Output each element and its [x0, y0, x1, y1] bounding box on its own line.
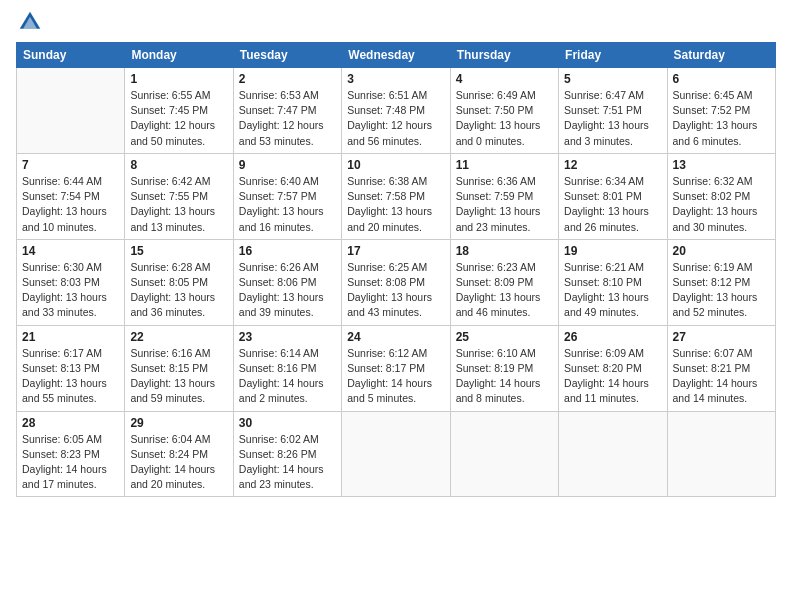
- day-info: Sunrise: 6:25 AMSunset: 8:08 PMDaylight:…: [347, 260, 444, 321]
- day-info: Sunrise: 6:55 AMSunset: 7:45 PMDaylight:…: [130, 88, 227, 149]
- day-number: 10: [347, 158, 444, 172]
- day-number: 24: [347, 330, 444, 344]
- header: [16, 10, 776, 34]
- day-number: 16: [239, 244, 336, 258]
- calendar-cell: 17Sunrise: 6:25 AMSunset: 8:08 PMDayligh…: [342, 239, 450, 325]
- day-info: Sunrise: 6:21 AMSunset: 8:10 PMDaylight:…: [564, 260, 661, 321]
- day-number: 18: [456, 244, 553, 258]
- calendar-cell: 11Sunrise: 6:36 AMSunset: 7:59 PMDayligh…: [450, 153, 558, 239]
- calendar-cell: 2Sunrise: 6:53 AMSunset: 7:47 PMDaylight…: [233, 68, 341, 154]
- day-info: Sunrise: 6:30 AMSunset: 8:03 PMDaylight:…: [22, 260, 119, 321]
- day-number: 8: [130, 158, 227, 172]
- day-info: Sunrise: 6:09 AMSunset: 8:20 PMDaylight:…: [564, 346, 661, 407]
- day-info: Sunrise: 6:36 AMSunset: 7:59 PMDaylight:…: [456, 174, 553, 235]
- calendar-cell: [17, 68, 125, 154]
- calendar-cell: 13Sunrise: 6:32 AMSunset: 8:02 PMDayligh…: [667, 153, 775, 239]
- calendar-cell: 25Sunrise: 6:10 AMSunset: 8:19 PMDayligh…: [450, 325, 558, 411]
- day-info: Sunrise: 6:40 AMSunset: 7:57 PMDaylight:…: [239, 174, 336, 235]
- day-number: 6: [673, 72, 770, 86]
- calendar-cell: 15Sunrise: 6:28 AMSunset: 8:05 PMDayligh…: [125, 239, 233, 325]
- weekday-header-monday: Monday: [125, 43, 233, 68]
- calendar-cell: 29Sunrise: 6:04 AMSunset: 8:24 PMDayligh…: [125, 411, 233, 497]
- day-number: 1: [130, 72, 227, 86]
- calendar-cell: [559, 411, 667, 497]
- weekday-header-thursday: Thursday: [450, 43, 558, 68]
- day-info: Sunrise: 6:53 AMSunset: 7:47 PMDaylight:…: [239, 88, 336, 149]
- day-number: 20: [673, 244, 770, 258]
- calendar-cell: 6Sunrise: 6:45 AMSunset: 7:52 PMDaylight…: [667, 68, 775, 154]
- calendar-cell: 12Sunrise: 6:34 AMSunset: 8:01 PMDayligh…: [559, 153, 667, 239]
- day-info: Sunrise: 6:17 AMSunset: 8:13 PMDaylight:…: [22, 346, 119, 407]
- calendar-cell: 16Sunrise: 6:26 AMSunset: 8:06 PMDayligh…: [233, 239, 341, 325]
- day-number: 9: [239, 158, 336, 172]
- day-info: Sunrise: 6:38 AMSunset: 7:58 PMDaylight:…: [347, 174, 444, 235]
- calendar-page: SundayMondayTuesdayWednesdayThursdayFrid…: [0, 0, 792, 612]
- calendar-cell: 9Sunrise: 6:40 AMSunset: 7:57 PMDaylight…: [233, 153, 341, 239]
- day-info: Sunrise: 6:23 AMSunset: 8:09 PMDaylight:…: [456, 260, 553, 321]
- day-number: 28: [22, 416, 119, 430]
- calendar-cell: 23Sunrise: 6:14 AMSunset: 8:16 PMDayligh…: [233, 325, 341, 411]
- day-info: Sunrise: 6:47 AMSunset: 7:51 PMDaylight:…: [564, 88, 661, 149]
- day-number: 29: [130, 416, 227, 430]
- day-number: 27: [673, 330, 770, 344]
- calendar-cell: 26Sunrise: 6:09 AMSunset: 8:20 PMDayligh…: [559, 325, 667, 411]
- day-number: 22: [130, 330, 227, 344]
- day-info: Sunrise: 6:02 AMSunset: 8:26 PMDaylight:…: [239, 432, 336, 493]
- day-info: Sunrise: 6:28 AMSunset: 8:05 PMDaylight:…: [130, 260, 227, 321]
- calendar-cell: 1Sunrise: 6:55 AMSunset: 7:45 PMDaylight…: [125, 68, 233, 154]
- day-info: Sunrise: 6:32 AMSunset: 8:02 PMDaylight:…: [673, 174, 770, 235]
- weekday-header-tuesday: Tuesday: [233, 43, 341, 68]
- calendar-cell: [342, 411, 450, 497]
- day-info: Sunrise: 6:42 AMSunset: 7:55 PMDaylight:…: [130, 174, 227, 235]
- week-row-4: 21Sunrise: 6:17 AMSunset: 8:13 PMDayligh…: [17, 325, 776, 411]
- day-number: 12: [564, 158, 661, 172]
- calendar-cell: 8Sunrise: 6:42 AMSunset: 7:55 PMDaylight…: [125, 153, 233, 239]
- calendar-cell: 21Sunrise: 6:17 AMSunset: 8:13 PMDayligh…: [17, 325, 125, 411]
- day-info: Sunrise: 6:12 AMSunset: 8:17 PMDaylight:…: [347, 346, 444, 407]
- day-number: 2: [239, 72, 336, 86]
- day-number: 23: [239, 330, 336, 344]
- day-info: Sunrise: 6:45 AMSunset: 7:52 PMDaylight:…: [673, 88, 770, 149]
- day-number: 7: [22, 158, 119, 172]
- week-row-3: 14Sunrise: 6:30 AMSunset: 8:03 PMDayligh…: [17, 239, 776, 325]
- weekday-header-sunday: Sunday: [17, 43, 125, 68]
- weekday-header-wednesday: Wednesday: [342, 43, 450, 68]
- day-number: 13: [673, 158, 770, 172]
- day-info: Sunrise: 6:26 AMSunset: 8:06 PMDaylight:…: [239, 260, 336, 321]
- calendar-cell: 24Sunrise: 6:12 AMSunset: 8:17 PMDayligh…: [342, 325, 450, 411]
- calendar-cell: 22Sunrise: 6:16 AMSunset: 8:15 PMDayligh…: [125, 325, 233, 411]
- calendar-cell: 27Sunrise: 6:07 AMSunset: 8:21 PMDayligh…: [667, 325, 775, 411]
- calendar-cell: 14Sunrise: 6:30 AMSunset: 8:03 PMDayligh…: [17, 239, 125, 325]
- calendar-cell: [667, 411, 775, 497]
- weekday-header-saturday: Saturday: [667, 43, 775, 68]
- day-info: Sunrise: 6:44 AMSunset: 7:54 PMDaylight:…: [22, 174, 119, 235]
- day-info: Sunrise: 6:05 AMSunset: 8:23 PMDaylight:…: [22, 432, 119, 493]
- calendar-cell: 10Sunrise: 6:38 AMSunset: 7:58 PMDayligh…: [342, 153, 450, 239]
- day-number: 17: [347, 244, 444, 258]
- day-number: 30: [239, 416, 336, 430]
- day-info: Sunrise: 6:04 AMSunset: 8:24 PMDaylight:…: [130, 432, 227, 493]
- calendar-cell: 3Sunrise: 6:51 AMSunset: 7:48 PMDaylight…: [342, 68, 450, 154]
- calendar-table: SundayMondayTuesdayWednesdayThursdayFrid…: [16, 42, 776, 497]
- day-info: Sunrise: 6:10 AMSunset: 8:19 PMDaylight:…: [456, 346, 553, 407]
- calendar-cell: 18Sunrise: 6:23 AMSunset: 8:09 PMDayligh…: [450, 239, 558, 325]
- day-number: 14: [22, 244, 119, 258]
- day-info: Sunrise: 6:14 AMSunset: 8:16 PMDaylight:…: [239, 346, 336, 407]
- weekday-header-row: SundayMondayTuesdayWednesdayThursdayFrid…: [17, 43, 776, 68]
- day-info: Sunrise: 6:19 AMSunset: 8:12 PMDaylight:…: [673, 260, 770, 321]
- weekday-header-friday: Friday: [559, 43, 667, 68]
- day-number: 21: [22, 330, 119, 344]
- week-row-2: 7Sunrise: 6:44 AMSunset: 7:54 PMDaylight…: [17, 153, 776, 239]
- calendar-cell: 5Sunrise: 6:47 AMSunset: 7:51 PMDaylight…: [559, 68, 667, 154]
- calendar-cell: 20Sunrise: 6:19 AMSunset: 8:12 PMDayligh…: [667, 239, 775, 325]
- day-info: Sunrise: 6:51 AMSunset: 7:48 PMDaylight:…: [347, 88, 444, 149]
- calendar-cell: [450, 411, 558, 497]
- day-number: 19: [564, 244, 661, 258]
- week-row-1: 1Sunrise: 6:55 AMSunset: 7:45 PMDaylight…: [17, 68, 776, 154]
- logo-icon: [18, 10, 42, 34]
- day-number: 5: [564, 72, 661, 86]
- calendar-cell: 19Sunrise: 6:21 AMSunset: 8:10 PMDayligh…: [559, 239, 667, 325]
- day-info: Sunrise: 6:07 AMSunset: 8:21 PMDaylight:…: [673, 346, 770, 407]
- day-number: 4: [456, 72, 553, 86]
- day-info: Sunrise: 6:16 AMSunset: 8:15 PMDaylight:…: [130, 346, 227, 407]
